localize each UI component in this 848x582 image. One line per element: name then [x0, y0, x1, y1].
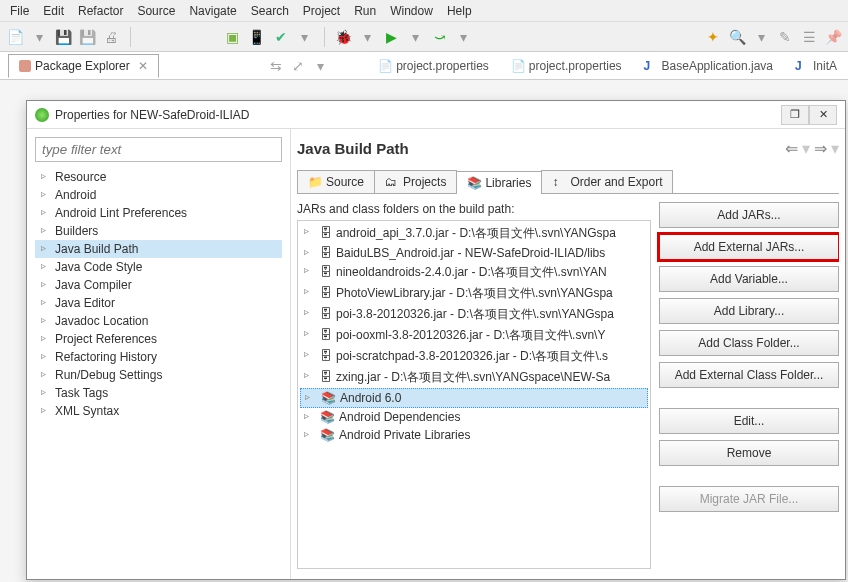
tree-item[interactable]: Builders — [35, 222, 282, 240]
add-class-folder-button[interactable]: Add Class Folder... — [659, 330, 839, 356]
tab-projects[interactable]: 🗂Projects — [374, 170, 457, 193]
add-jars-button[interactable]: Add JARs... — [659, 202, 839, 228]
close-icon[interactable]: ✕ — [138, 59, 148, 73]
java-icon: J — [644, 59, 658, 73]
tab-baseapplication[interactable]: J BaseApplication.java — [633, 54, 784, 78]
jar-item[interactable]: 🗄poi-ooxml-3.8-20120326.jar - D:\各项目文件\.… — [300, 325, 648, 346]
tree-item[interactable]: Android — [35, 186, 282, 204]
back-icon[interactable]: ⇐ — [785, 139, 798, 158]
jar-item[interactable]: 🗄zxing.jar - D:\各项目文件\.svn\YANGspace\NEW… — [300, 367, 648, 388]
tree-item[interactable]: Java Build Path — [35, 240, 282, 258]
new-icon[interactable]: 📄 — [6, 28, 24, 46]
toggle-mark-icon[interactable]: ✎ — [776, 28, 794, 46]
jar-label: nineoldandroids-2.4.0.jar - D:\各项目文件\.sv… — [336, 265, 607, 279]
dialog-title: Properties for NEW-SafeDroid-ILIAD — [55, 108, 250, 122]
tree-item[interactable]: Android Lint Preferences — [35, 204, 282, 222]
debug-icon[interactable]: 🐞 — [335, 28, 353, 46]
add-library-button[interactable]: Add Library... — [659, 298, 839, 324]
edit-button[interactable]: Edit... — [659, 408, 839, 434]
pin-icon[interactable]: 📌 — [824, 28, 842, 46]
jar-item[interactable]: 🗄PhotoViewLibrary.jar - D:\各项目文件\.svn\YA… — [300, 283, 648, 304]
tab-libraries[interactable]: 📚Libraries — [456, 171, 542, 194]
menu-search[interactable]: Search — [245, 2, 295, 20]
lint-icon[interactable]: ✔ — [272, 28, 290, 46]
close-button[interactable]: ✕ — [809, 105, 837, 125]
tree-item[interactable]: Resource — [35, 168, 282, 186]
tree-item[interactable]: Refactoring History — [35, 348, 282, 366]
menu-window[interactable]: Window — [384, 2, 439, 20]
run-drop-icon[interactable]: ▾ — [407, 28, 425, 46]
link-editor-icon[interactable]: ⤢ — [289, 57, 307, 75]
run-last-icon[interactable]: ⤻ — [431, 28, 449, 46]
tab-label: Package Explorer — [35, 59, 130, 73]
jar-label: BaiduLBS_Android.jar - NEW-SafeDroid-ILI… — [336, 246, 605, 260]
menu-file[interactable]: File — [4, 2, 35, 20]
jar-item[interactable]: 🗄poi-scratchpad-3.8-20120326.jar - D:\各项… — [300, 346, 648, 367]
tree-item[interactable]: Java Code Style — [35, 258, 282, 276]
properties-dialog: Properties for NEW-SafeDroid-ILIAD ❐ ✕ R… — [26, 100, 846, 580]
jar-icon: 🗄 — [320, 328, 332, 342]
add-external-jars-button[interactable]: Add External JARs... — [659, 234, 839, 260]
forward-drop-icon[interactable]: ▾ — [831, 139, 839, 158]
tree-item[interactable]: Task Tags — [35, 384, 282, 402]
jar-item[interactable]: 🗄nineoldandroids-2.4.0.jar - D:\各项目文件\.s… — [300, 262, 648, 283]
jar-icon: 🗄 — [320, 246, 332, 260]
menu-run[interactable]: Run — [348, 2, 382, 20]
tab-package-explorer[interactable]: Package Explorer ✕ — [8, 54, 159, 78]
add-variable-button[interactable]: Add Variable... — [659, 266, 839, 292]
tab-label: BaseApplication.java — [662, 59, 773, 73]
jar-item[interactable]: 🗄BaiduLBS_Android.jar - NEW-SafeDroid-IL… — [300, 244, 648, 262]
menu-project[interactable]: Project — [297, 2, 346, 20]
jar-list[interactable]: 🗄android_api_3.7.0.jar - D:\各项目文件\.svn\Y… — [297, 220, 651, 569]
jar-item[interactable]: 📚Android Dependencies — [300, 408, 648, 426]
tab-order-and-export[interactable]: ↕Order and Export — [541, 170, 673, 193]
jar-item[interactable]: 📚Android 6.0 — [300, 388, 648, 408]
forward-icon[interactable]: ⇒ — [814, 139, 827, 158]
android-sdk-icon[interactable]: ▣ — [224, 28, 242, 46]
restore-button[interactable]: ❐ — [781, 105, 809, 125]
tab-source[interactable]: 📁Source — [297, 170, 375, 193]
task-icon[interactable]: ☰ — [800, 28, 818, 46]
tree-item[interactable]: XML Syntax — [35, 402, 282, 420]
jar-label: Android 6.0 — [340, 391, 401, 405]
search-drop-icon[interactable]: ▾ — [752, 28, 770, 46]
property-tree[interactable]: ResourceAndroidAndroid Lint PreferencesB… — [35, 168, 282, 571]
menu-source[interactable]: Source — [131, 2, 181, 20]
jar-icon: 🗄 — [320, 349, 332, 363]
dropdown-icon[interactable]: ▾ — [30, 28, 48, 46]
avd-icon[interactable]: 📱 — [248, 28, 266, 46]
tab-inita[interactable]: J InitA — [784, 54, 848, 78]
java-icon: J — [795, 59, 809, 73]
add-external-class-folder-button[interactable]: Add External Class Folder... — [659, 362, 839, 388]
jar-item[interactable]: 📚Android Private Libraries — [300, 426, 648, 444]
run-icon[interactable]: ▶ — [383, 28, 401, 46]
jar-item[interactable]: 🗄poi-3.8-20120326.jar - D:\各项目文件\.svn\YA… — [300, 304, 648, 325]
print-icon[interactable]: 🖨 — [102, 28, 120, 46]
jar-label: Android Dependencies — [339, 410, 460, 424]
jar-item[interactable]: 🗄android_api_3.7.0.jar - D:\各项目文件\.svn\Y… — [300, 223, 648, 244]
save-all-icon[interactable]: 💾 — [78, 28, 96, 46]
run-last-drop-icon[interactable]: ▾ — [455, 28, 473, 46]
view-menu-icon[interactable]: ▾ — [311, 57, 329, 75]
tree-item[interactable]: Java Compiler — [35, 276, 282, 294]
tree-item[interactable]: Javadoc Location — [35, 312, 282, 330]
debug-drop-icon[interactable]: ▾ — [359, 28, 377, 46]
remove-button[interactable]: Remove — [659, 440, 839, 466]
search-icon[interactable]: 🔍 — [728, 28, 746, 46]
filter-input[interactable] — [35, 137, 282, 162]
lint-drop-icon[interactable]: ▾ — [296, 28, 314, 46]
jar-icon: 🗄 — [320, 265, 332, 279]
menu-refactor[interactable]: Refactor — [72, 2, 129, 20]
tree-item[interactable]: Run/Debug Settings — [35, 366, 282, 384]
tree-item[interactable]: Project References — [35, 330, 282, 348]
tab-project-properties-1[interactable]: 📄 project.properties — [367, 54, 500, 78]
save-icon[interactable]: 💾 — [54, 28, 72, 46]
back-drop-icon[interactable]: ▾ — [802, 139, 810, 158]
menu-help[interactable]: Help — [441, 2, 478, 20]
tab-project-properties-2[interactable]: 📄 project.properties — [500, 54, 633, 78]
menu-navigate[interactable]: Navigate — [183, 2, 242, 20]
open-type-icon[interactable]: ✦ — [704, 28, 722, 46]
menu-edit[interactable]: Edit — [37, 2, 70, 20]
tree-item[interactable]: Java Editor — [35, 294, 282, 312]
collapse-all-icon[interactable]: ⇆ — [267, 57, 285, 75]
